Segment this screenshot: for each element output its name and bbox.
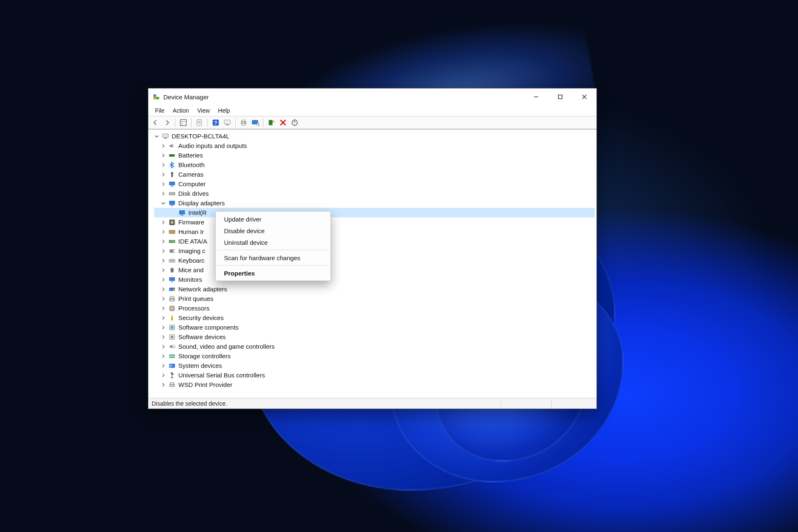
imaging-icon [168, 247, 176, 255]
chevron-right-icon[interactable] [161, 153, 166, 158]
ctx-properties[interactable]: Properties [217, 267, 330, 279]
toolbar-separator [175, 118, 175, 127]
statusbar: Disables the selected device. [148, 398, 596, 409]
menu-action[interactable]: Action [169, 106, 193, 115]
chevron-down-icon[interactable] [161, 201, 166, 206]
tree-category[interactable]: Batteries [154, 150, 595, 160]
show-hide-tree-button[interactable] [179, 118, 188, 127]
tree-category[interactable]: Display adapters [154, 198, 595, 208]
chevron-right-icon[interactable] [161, 191, 166, 196]
forward-button[interactable] [163, 118, 172, 127]
tree-category[interactable]: Network adapters [154, 284, 595, 294]
svg-point-21 [245, 122, 246, 123]
tree-category[interactable]: Bluetooth [154, 160, 595, 170]
tree-category[interactable]: Computer [154, 179, 595, 189]
tree-category[interactable]: Cameras [154, 170, 595, 179]
svg-point-36 [174, 193, 175, 194]
print-button[interactable] [239, 118, 248, 127]
chevron-down-icon[interactable] [154, 134, 159, 139]
chevron-right-icon[interactable] [161, 143, 166, 148]
ctx-disable-device[interactable]: Disable device [217, 225, 330, 236]
svg-rect-10 [197, 120, 202, 126]
chevron-right-icon[interactable] [161, 344, 166, 349]
chevron-right-icon[interactable] [161, 182, 166, 187]
tree-category[interactable]: Disk drives [154, 189, 595, 198]
chevron-right-icon[interactable] [161, 306, 166, 311]
minimize-button[interactable] [524, 89, 548, 105]
chevron-right-icon[interactable] [161, 163, 166, 167]
svg-rect-39 [179, 210, 185, 214]
tree-category-label: Processors [178, 305, 209, 312]
action-computer-button[interactable] [223, 118, 232, 127]
svg-rect-17 [226, 125, 229, 126]
chevron-right-icon[interactable] [161, 315, 166, 320]
tree-category[interactable]: Print queues [154, 294, 595, 303]
chevron-right-icon[interactable] [161, 373, 166, 378]
computer-icon [168, 180, 176, 188]
tree-category-label: Software components [178, 324, 239, 331]
help-button[interactable]: ? [211, 118, 220, 127]
svg-rect-57 [170, 296, 174, 298]
tree-category-label: Disk drives [178, 190, 209, 197]
chevron-right-icon[interactable] [161, 325, 166, 330]
remove-device-button[interactable] [278, 118, 288, 127]
tree-category[interactable]: WSD Print Provider [154, 380, 595, 389]
chevron-right-icon[interactable] [161, 354, 166, 359]
svg-rect-25 [269, 120, 273, 126]
tree-category[interactable]: Sound, video and game controllers [154, 342, 595, 351]
svg-rect-63 [171, 326, 173, 329]
chevron-right-icon[interactable] [161, 287, 166, 292]
chevron-right-icon[interactable] [161, 220, 166, 225]
chevron-right-icon[interactable] [161, 172, 166, 177]
back-button[interactable] [151, 118, 160, 127]
add-legacy-button[interactable] [267, 118, 276, 127]
tree-category[interactable]: Software components [154, 323, 595, 332]
remove-device-icon [279, 118, 287, 127]
svg-rect-67 [169, 357, 175, 358]
titlebar[interactable]: Device Manager [148, 89, 596, 105]
toolbar-separator [191, 118, 192, 127]
scan-hardware-button[interactable] [251, 118, 260, 127]
tree-root[interactable]: DESKTOP-BCLTA4L [154, 131, 595, 141]
camera-icon [168, 171, 176, 178]
chevron-right-icon[interactable] [161, 239, 166, 244]
tree-category[interactable]: Storage controllers [154, 351, 595, 361]
chevron-right-icon[interactable] [161, 335, 166, 340]
chevron-right-icon[interactable] [161, 249, 166, 254]
ctx-scan-hardware[interactable]: Scan for hardware changes [217, 252, 330, 264]
disk-drive-icon [168, 190, 176, 197]
tree-category[interactable]: System devices [154, 361, 595, 370]
update-driver-button[interactable] [290, 118, 299, 127]
menu-view[interactable]: View [193, 106, 214, 115]
tree-category[interactable]: Processors [154, 303, 595, 313]
menu-file[interactable]: File [151, 106, 169, 115]
properties-button[interactable] [195, 118, 204, 127]
chevron-right-icon[interactable] [161, 296, 166, 301]
tree-category[interactable]: Security devices [154, 313, 595, 323]
desktop-wallpaper: Device Manager File Action View Help [0, 0, 798, 532]
svg-rect-7 [180, 120, 187, 126]
chevron-right-icon[interactable] [161, 258, 166, 263]
tree-category-label: Security devices [178, 314, 224, 321]
chevron-right-icon[interactable] [161, 277, 166, 282]
svg-rect-40 [181, 215, 183, 216]
svg-point-26 [292, 120, 298, 126]
chevron-right-icon[interactable] [161, 363, 166, 368]
close-button[interactable] [572, 89, 596, 105]
chevron-right-icon[interactable] [161, 382, 166, 387]
svg-rect-43 [169, 230, 175, 234]
ctx-update-driver[interactable]: Update driver [217, 213, 330, 225]
menu-help[interactable]: Help [214, 106, 234, 115]
maximize-button[interactable] [548, 89, 572, 105]
firmware-icon [168, 219, 176, 226]
tree-category-label: Monitors [178, 276, 202, 283]
tree-category[interactable]: Universal Serial Bus controllers [154, 370, 595, 380]
tree-category[interactable]: Software devices [154, 332, 595, 342]
network-icon [168, 286, 176, 293]
sound-controller-icon [168, 343, 176, 350]
ctx-uninstall-device[interactable]: Uninstall device [217, 236, 330, 248]
back-arrow-icon [151, 118, 160, 127]
chevron-right-icon[interactable] [161, 268, 166, 273]
chevron-right-icon[interactable] [161, 229, 166, 234]
tree-category[interactable]: Audio inputs and outputs [154, 141, 595, 150]
